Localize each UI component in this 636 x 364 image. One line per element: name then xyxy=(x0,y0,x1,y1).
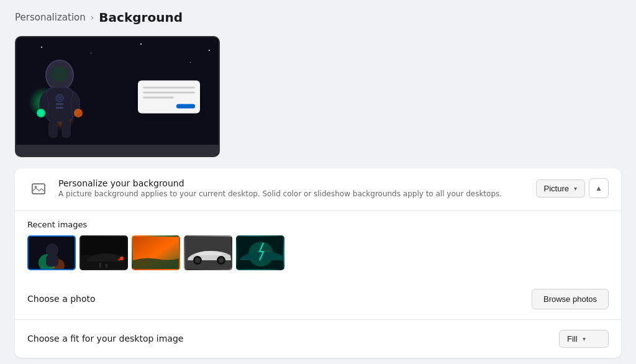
thumbnail-4[interactable] xyxy=(184,235,232,270)
browse-photos-control: Browse photos xyxy=(532,289,609,309)
collapse-button[interactable]: ▲ xyxy=(589,178,609,198)
svg-rect-17 xyxy=(46,255,58,266)
breadcrumb: Personalization › Background xyxy=(15,10,621,25)
chevron-up-icon: ▲ xyxy=(595,184,602,193)
breadcrumb-separator: › xyxy=(91,12,94,22)
taskbar-preview xyxy=(16,145,219,156)
svg-rect-6 xyxy=(48,121,58,138)
star-3 xyxy=(140,43,142,45)
fit-dropdown-control: Fill ▾ xyxy=(559,330,609,348)
background-type-control: Picture ▾ ▲ xyxy=(536,178,609,198)
thumbnail-2[interactable] xyxy=(80,235,128,270)
personalize-background-title: Personalize your background xyxy=(58,178,536,188)
svg-point-29 xyxy=(219,258,224,263)
dialog-line-2 xyxy=(143,91,195,93)
thumbnails-row xyxy=(27,235,609,270)
choose-photo-row: Choose a photo Browse photos xyxy=(15,279,621,320)
background-icon-wrapper xyxy=(27,178,50,201)
page-container: Personalization › Background xyxy=(0,0,636,364)
background-type-dropdown[interactable]: Picture ▾ xyxy=(536,180,585,198)
dialog-line-1 xyxy=(143,86,195,88)
personalize-background-row: Personalize your background A picture ba… xyxy=(15,168,621,211)
svg-rect-22 xyxy=(99,263,101,268)
svg-point-5 xyxy=(74,109,83,117)
svg-rect-9 xyxy=(56,103,63,105)
page-title: Background xyxy=(99,10,183,25)
svg-point-4 xyxy=(38,110,44,116)
astronaut-svg xyxy=(35,53,84,140)
recent-images-section: Recent images xyxy=(15,211,621,270)
settings-card: Personalize your background A picture ba… xyxy=(15,168,621,358)
thumbnail-1[interactable] xyxy=(27,235,76,270)
thumbnail-5[interactable] xyxy=(236,235,284,270)
svg-rect-7 xyxy=(61,121,71,138)
star-2 xyxy=(91,53,91,53)
thumbnail-3[interactable] xyxy=(132,235,180,270)
choose-photo-label: Choose a photo xyxy=(27,294,532,304)
choose-fit-content: Choose a fit for your desktop image xyxy=(27,334,559,345)
svg-point-1 xyxy=(51,66,68,82)
personalize-background-content: Personalize your background A picture ba… xyxy=(58,178,536,198)
wallpaper-preview xyxy=(16,37,219,156)
svg-point-28 xyxy=(195,258,200,263)
preview-section xyxy=(15,36,621,157)
svg-rect-23 xyxy=(106,264,107,268)
thumb-teal-car-img xyxy=(237,237,284,270)
svg-point-8 xyxy=(56,94,63,102)
recent-images-label: Recent images xyxy=(27,220,609,229)
thumb-astronaut-img xyxy=(29,237,76,270)
svg-point-12 xyxy=(35,186,37,188)
svg-point-21 xyxy=(118,258,120,261)
desktop-preview xyxy=(15,36,220,157)
image-icon xyxy=(32,183,45,196)
personalize-background-desc: A picture background applies to your cur… xyxy=(58,189,536,198)
star-1 xyxy=(41,47,42,48)
thumb-orange-teal-img xyxy=(133,237,180,270)
breadcrumb-parent[interactable]: Personalization xyxy=(15,12,86,23)
chevron-down-icon: ▾ xyxy=(583,335,586,342)
thumb-dark-car-img xyxy=(81,237,128,270)
thumb-white-car-img xyxy=(185,237,232,270)
svg-rect-10 xyxy=(56,107,63,109)
choose-fit-label: Choose a fit for your desktop image xyxy=(27,334,559,344)
choose-fit-row: Choose a fit for your desktop image Fill… xyxy=(15,320,621,358)
dialog-button xyxy=(176,104,195,108)
star-5 xyxy=(209,50,210,51)
svg-rect-11 xyxy=(32,184,45,194)
choose-photo-content: Choose a photo xyxy=(27,294,532,305)
preview-dialog xyxy=(138,80,200,113)
dialog-line-3 xyxy=(143,96,174,98)
chevron-down-icon: ▾ xyxy=(574,185,577,192)
star-4 xyxy=(190,62,191,63)
fit-dropdown[interactable]: Fill ▾ xyxy=(559,330,609,348)
svg-point-16 xyxy=(46,243,58,257)
browse-photos-button[interactable]: Browse photos xyxy=(532,289,609,309)
